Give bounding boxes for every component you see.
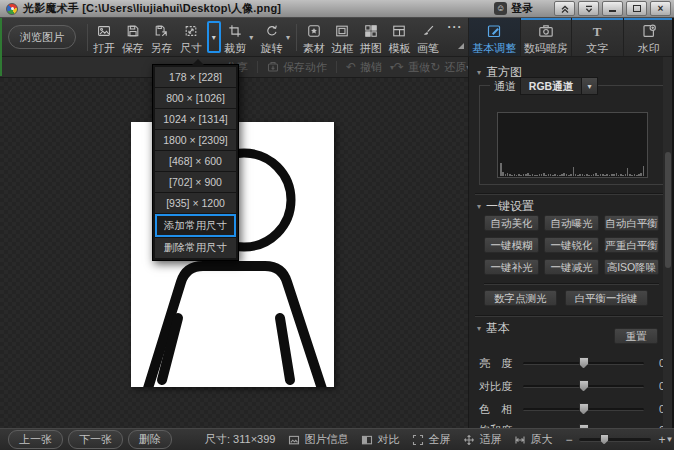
auto-beautify-button[interactable]: 自动美化 xyxy=(484,215,539,231)
login-button[interactable]: ☺ 登录 xyxy=(494,1,533,16)
image-info-button[interactable]: 图片信息 xyxy=(288,432,348,447)
skin-button[interactable] xyxy=(554,1,575,16)
one-key-reduce-light-button[interactable]: 一键减光 xyxy=(544,259,599,275)
digital-spot-metering-button[interactable]: 数字点测光 xyxy=(484,290,557,306)
collapse-icon xyxy=(584,4,594,14)
menu-item-size[interactable]: 1800 × [2309] xyxy=(155,130,236,150)
save-action-button[interactable]: 保存动作 xyxy=(267,60,327,75)
save-button[interactable]: 保存 xyxy=(119,18,148,56)
onekey-section-header[interactable]: ▾ 一键设置 xyxy=(477,198,534,215)
basic-section-header[interactable]: ▾ 基本 xyxy=(477,320,510,337)
frame-button[interactable]: 边框 xyxy=(328,18,357,56)
fit-screen-button[interactable]: 适屏 xyxy=(463,432,501,447)
close-button[interactable]: × xyxy=(650,1,671,16)
open-icon xyxy=(96,24,112,38)
auto-exposure-button[interactable]: 自动曝光 xyxy=(544,215,599,231)
auto-white-balance-button[interactable]: 自动白平衡 xyxy=(604,215,659,231)
reset-button[interactable]: 重置 xyxy=(614,328,658,344)
maximize-icon xyxy=(633,5,641,12)
browse-images-button[interactable]: 浏览图片 xyxy=(8,25,76,49)
login-label: 登录 xyxy=(511,1,533,16)
slider-thumb[interactable] xyxy=(579,403,589,415)
close-icon: × xyxy=(658,4,664,14)
panel-separator xyxy=(475,315,666,317)
contrast-slider-row: 对比度 0 xyxy=(479,379,665,393)
menu-item-size[interactable]: [468] × 600 xyxy=(155,151,236,171)
sticker-star-icon xyxy=(306,24,322,38)
fullscreen-button[interactable]: 全屏 xyxy=(412,432,450,447)
menu-notch xyxy=(192,59,204,65)
high-iso-denoise-button[interactable]: 高ISO降噪 xyxy=(604,259,659,275)
tab-digital-darkroom[interactable]: 数码暗房 xyxy=(520,18,572,56)
tab-basic-adjust[interactable]: 基本调整 xyxy=(468,18,520,56)
template-button[interactable]: 模板 xyxy=(385,18,414,56)
rotate-dropdown-button[interactable]: ▾ xyxy=(286,18,294,56)
menu-item-add-common-size[interactable]: 添加常用尺寸 xyxy=(155,214,236,237)
contrast-slider[interactable] xyxy=(523,385,644,388)
slider-thumb[interactable] xyxy=(579,357,589,369)
minimize-button[interactable] xyxy=(602,1,623,16)
save-as-button[interactable]: 另存 xyxy=(147,18,176,56)
crop-dropdown-button[interactable]: ▾ xyxy=(249,18,257,56)
menu-item-size[interactable]: [702] × 900 xyxy=(155,172,236,192)
zoom-out-button[interactable]: − xyxy=(565,433,572,447)
expand-panel-button[interactable]: ▼ 展开(1) xyxy=(665,419,674,450)
zoom-in-button[interactable]: + xyxy=(658,433,665,447)
menu-item-size[interactable]: 800 × [1026] xyxy=(155,88,236,108)
compare-button[interactable]: 对比 xyxy=(361,432,399,447)
original-size-button[interactable]: 原大 xyxy=(514,432,552,447)
main-toolbar: 浏览图片 打开 保存 另存 尺寸 ▾ 裁剪 ▾ xyxy=(0,18,468,57)
severe-white-balance-button[interactable]: 严重白平衡 xyxy=(604,237,659,253)
crop-button[interactable]: 裁剪 xyxy=(221,18,250,56)
size-dropdown-button[interactable]: ▾ xyxy=(207,21,221,53)
menu-item-size[interactable]: [935] × 1200 xyxy=(155,193,236,213)
open-button[interactable]: 打开 xyxy=(90,18,119,56)
menu-item-size[interactable]: 178 × [228] xyxy=(155,67,236,87)
rotate-button[interactable]: 旋转 xyxy=(258,18,287,56)
menu-item-size[interactable]: 1024 × [1314] xyxy=(155,109,236,129)
collage-button[interactable]: 拼图 xyxy=(357,18,386,56)
contrast-label: 对比度 xyxy=(479,379,519,394)
zoom-slider-thumb[interactable] xyxy=(600,434,609,445)
tab-text[interactable]: T 文字 xyxy=(571,18,623,56)
edge-artifact xyxy=(0,18,2,76)
undo-label: 撤销 xyxy=(360,60,382,75)
hue-slider[interactable] xyxy=(523,408,644,411)
next-image-button[interactable]: 下一张 xyxy=(68,430,123,449)
one-key-sharpen-button[interactable]: 一键锐化 xyxy=(544,237,599,253)
undo-button[interactable]: ↶ 撤销 ▾ xyxy=(346,60,394,75)
material-button[interactable]: 素材 xyxy=(299,18,328,56)
rotate-label: 旋转 xyxy=(261,41,283,56)
slider-thumb[interactable] xyxy=(579,380,589,392)
brightness-slider[interactable] xyxy=(523,362,644,365)
more-tools-button[interactable]: ··· xyxy=(442,18,468,56)
redo-button[interactable]: ↷ 重做 xyxy=(394,60,430,75)
save-icon xyxy=(125,24,141,38)
tab-label: 基本调整 xyxy=(472,41,516,56)
size-label: 尺寸 xyxy=(180,41,202,56)
zoom-control: − + xyxy=(565,433,665,447)
toolbar-separator xyxy=(87,24,88,51)
collapse-toolbar-button[interactable] xyxy=(578,1,599,16)
size-button[interactable]: 尺寸 xyxy=(176,18,207,56)
save-as-icon xyxy=(153,24,169,38)
tab-watermark[interactable]: 水印 xyxy=(623,18,674,56)
panel-scrollbar[interactable] xyxy=(663,57,672,428)
channel-dropdown-icon[interactable]: ▾ xyxy=(582,77,598,95)
restore-button[interactable]: ↻ 还原 xyxy=(430,60,466,75)
previous-image-button[interactable]: 上一张 xyxy=(8,430,63,449)
zoom-slider[interactable] xyxy=(579,438,651,442)
brush-button[interactable]: 画笔 xyxy=(414,18,443,56)
delete-image-button[interactable]: 删除 xyxy=(128,430,172,449)
rotate-icon xyxy=(264,24,280,38)
scrollbar-thumb[interactable] xyxy=(665,152,671,268)
edit-square-icon xyxy=(486,23,502,39)
white-balance-one-touch-button[interactable]: 白平衡一指键 xyxy=(565,290,648,306)
maximize-button[interactable] xyxy=(626,1,647,16)
one-key-blur-button[interactable]: 一键模糊 xyxy=(484,237,539,253)
channel-select[interactable]: RGB通道 xyxy=(520,77,582,95)
menu-item-remove-common-size[interactable]: 删除常用尺寸 xyxy=(155,238,236,258)
image-info-label: 图片信息 xyxy=(304,432,348,447)
hue-slider-row: 色 相 0 xyxy=(479,402,665,416)
one-key-fill-light-button[interactable]: 一键补光 xyxy=(484,259,539,275)
